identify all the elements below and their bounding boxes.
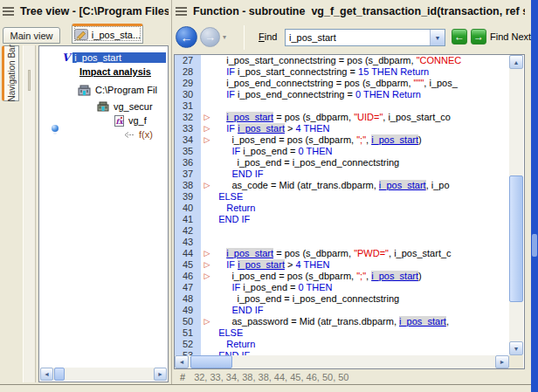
line-number[interactable]: 40 — [175, 203, 201, 214]
tree-item-impact-analysis[interactable]: Impact analysis — [39, 65, 166, 78]
tree-item-vg-secur[interactable]: vg_secur — [39, 100, 166, 113]
code-text: i_pos_end_connectstring = pos (s_dbparm,… — [213, 78, 509, 89]
code-line-41[interactable]: 41 END IF — [175, 214, 509, 225]
line-number[interactable]: 34 — [175, 134, 201, 146]
code-line-43[interactable]: 43 — [175, 237, 509, 248]
code-hscroll-thumb[interactable] — [190, 355, 232, 368]
line-number[interactable]: 42 — [175, 225, 201, 237]
code-text: IF i_pos_start > 4 THEN — [213, 123, 509, 134]
line-number[interactable]: 49 — [175, 305, 201, 316]
splitter-grip[interactable] — [28, 70, 31, 91]
code-line-39[interactable]: 39 ELSE — [175, 191, 509, 203]
tree-scroll-left-button[interactable]: ◄ — [40, 368, 53, 381]
code-rows: 27 i_pos_start_connectstring = pos (s_db… — [175, 55, 509, 355]
code-line-49[interactable]: 49 END IF — [175, 305, 509, 316]
highlighted-search-match: i_pos_start — [238, 259, 285, 270]
code-text: i_pos_end = i_pos_end_connectstring — [213, 293, 509, 305]
code-line-40[interactable]: 40 Return — [175, 203, 509, 214]
line-number[interactable]: 47 — [175, 282, 201, 293]
panel-menu-icon[interactable] — [3, 7, 14, 16]
panel-menu-icon[interactable] — [176, 7, 187, 16]
line-number[interactable]: 43 — [175, 237, 201, 248]
find-input-value[interactable]: i_pos_start — [286, 32, 430, 43]
function-reference-icon — [123, 131, 134, 139]
code-scroll-up-button[interactable]: ▲ — [509, 55, 523, 69]
status-bar: # 32, 33, 34, 38, 38, 44, 45, 46, 50, 50 — [174, 370, 525, 383]
tree-item-label: f(x) — [137, 129, 155, 140]
navigate-forward-button[interactable]: → — [200, 27, 220, 47]
code-line-34[interactable]: 34▷ i_pos_end = pos (s_dbparm, ";", i_po… — [175, 134, 509, 146]
code-scroll-right-button[interactable]: ► — [495, 355, 509, 368]
code-line-46[interactable]: 46▷ i_pos_end = pos (s_dbparm, ";", i_po… — [175, 271, 509, 282]
line-number[interactable]: 36 — [175, 157, 201, 168]
code-vscroll-thumb[interactable] — [509, 175, 523, 302]
code-line-47[interactable]: 47 IF i_pos_end = 0 THEN — [175, 282, 509, 293]
tree-item-i-pos-start[interactable]: Vi_pos_start — [39, 52, 166, 64]
code-line-28[interactable]: 28 IF i_pos_start_connectstring = 15 THE… — [175, 66, 509, 78]
line-number[interactable]: 37 — [175, 168, 201, 180]
line-number[interactable]: 33 — [175, 123, 201, 134]
code-line-35[interactable]: 35 IF i_pos_end = 0 THEN — [175, 146, 509, 157]
code-text: i_pos_start_connectstring = pos (s_dbpar… — [213, 55, 509, 66]
app-window: Tree view - [C:\Program Files\ Main view… — [0, 0, 538, 392]
code-line-30[interactable]: 30 IF i_pos_end_connectstring = 0 THEN R… — [175, 89, 509, 100]
marker-gutter — [201, 327, 213, 339]
line-number[interactable]: 44 — [175, 248, 201, 259]
marker-gutter — [201, 203, 213, 214]
line-number[interactable]: 46 — [175, 271, 201, 282]
combo-dropdown-button[interactable]: ▼ — [430, 30, 445, 45]
line-number[interactable]: 31 — [175, 100, 201, 112]
code-line-42[interactable]: 42 — [175, 225, 509, 237]
tree-item-vg-f[interactable]: fxvg_f — [39, 114, 166, 127]
code-line-37[interactable]: 37 END IF — [175, 168, 509, 180]
tab-i-pos-start[interactable]: i_pos_sta... — [72, 24, 143, 44]
code-line-50[interactable]: 50▷ as_password = Mid (atr_trans.dbparm,… — [175, 316, 509, 327]
code-line-27[interactable]: 27 i_pos_start_connectstring = pos (s_db… — [175, 55, 509, 66]
line-number[interactable]: 27 — [175, 55, 201, 66]
tree-item-c-program-fil[interactable]: C:\Program Fil — [39, 84, 166, 96]
code-text: IF i_pos_end = 0 THEN — [213, 146, 509, 157]
code-text: IF i_pos_start > 4 THEN — [213, 259, 509, 271]
line-number[interactable]: 41 — [175, 214, 201, 225]
code-line-38[interactable]: 38▷ as_code = Mid (atr_trans.dbparm, i_p… — [175, 180, 509, 191]
code-line-51[interactable]: 51 ELSE — [175, 327, 509, 339]
find-next-button[interactable]: → — [471, 29, 486, 45]
tree-hscroll-thumb[interactable] — [54, 368, 65, 381]
line-number[interactable]: 50 — [175, 316, 201, 327]
panel-splitter[interactable] — [23, 45, 36, 382]
line-number[interactable]: 52 — [175, 339, 201, 350]
tree-item-f-x-[interactable]: f(x) — [39, 128, 166, 141]
line-number[interactable]: 51 — [175, 327, 201, 339]
code-line-45[interactable]: 45▷ IF i_pos_start > 4 THEN — [175, 259, 509, 271]
line-number[interactable]: 39 — [175, 191, 201, 203]
navigation-bar-vertical-tab[interactable]: Navigation Bar — [2, 45, 19, 101]
code-line-29[interactable]: 29 i_pos_end_connectstring = pos (s_dbpa… — [175, 78, 509, 89]
find-label: Find — [259, 31, 277, 42]
code-line-31[interactable]: 31 — [175, 100, 509, 112]
highlighted-search-match: i_pos_start — [379, 180, 426, 190]
code-line-44[interactable]: 44▷ i_pos_start = pos (s_dbparm, "PWD=",… — [175, 248, 509, 259]
tab-main-view[interactable]: Main view — [3, 27, 60, 44]
code-line-52[interactable]: 52 Return — [175, 339, 509, 350]
line-number[interactable]: 48 — [175, 293, 201, 305]
code-scroll-down-button[interactable]: ▼ — [509, 341, 523, 355]
navigate-back-button[interactable]: ← — [176, 26, 197, 48]
highlighted-search-match: i_pos_start — [371, 271, 418, 281]
code-line-48[interactable]: 48 i_pos_end = i_pos_end_connectstring — [175, 293, 509, 305]
line-number[interactable]: 29 — [175, 78, 201, 89]
code-line-32[interactable]: 32▷ i_pos_start = pos (s_dbparm, "UID=",… — [175, 112, 509, 123]
line-number[interactable]: 28 — [175, 66, 201, 78]
line-number[interactable]: 45 — [175, 259, 201, 271]
code-line-33[interactable]: 33▷ IF i_pos_start > 4 THEN — [175, 123, 509, 134]
occurrence-marker-icon: ▷ — [201, 316, 213, 327]
code-scroll-left-button[interactable]: ◄ — [175, 355, 189, 368]
code-line-36[interactable]: 36 i_pos_end = i_pos_end_connectstring — [175, 157, 509, 168]
line-number[interactable]: 30 — [175, 89, 201, 100]
line-number[interactable]: 32 — [175, 112, 201, 123]
find-combobox[interactable]: i_pos_start ▼ — [285, 29, 445, 46]
tree-scroll-right-button[interactable]: ► — [154, 368, 167, 381]
history-dropdown-icon[interactable]: ▾ — [223, 33, 226, 41]
line-number[interactable]: 35 — [175, 146, 201, 157]
find-previous-button[interactable]: ← — [452, 29, 467, 45]
line-number[interactable]: 38 — [175, 180, 201, 191]
